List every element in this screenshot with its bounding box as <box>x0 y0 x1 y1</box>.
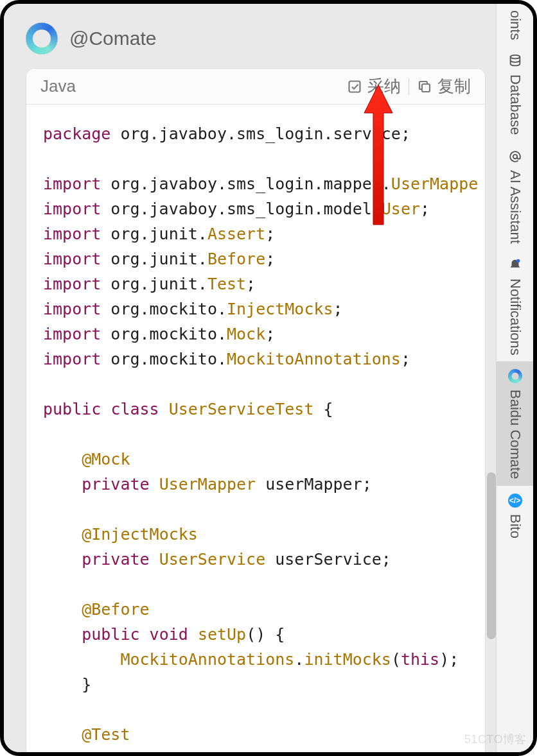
strip-item-ai-assistant[interactable]: AI Assistant <box>497 142 533 250</box>
strip-label: AI Assistant <box>507 170 524 244</box>
svg-point-4 <box>516 259 520 262</box>
check-square-icon <box>347 79 362 94</box>
strip-label: oints <box>507 10 524 40</box>
svg-point-3 <box>513 154 516 158</box>
comate-logo-icon <box>26 22 58 55</box>
chat-sender-name: @Comate <box>69 28 157 49</box>
code-card-header: Java 采纳 复制 <box>26 69 485 105</box>
comate-mini-icon <box>507 368 524 384</box>
strip-item-breakpoints[interactable]: oints <box>497 4 533 46</box>
svg-point-2 <box>510 55 520 59</box>
strip-label: Notifications <box>507 279 524 356</box>
at-icon <box>507 148 524 165</box>
bito-icon: </> <box>507 492 524 509</box>
code-language-label: Java <box>40 76 347 96</box>
strip-item-baidu-comate[interactable]: Baidu Comate <box>497 361 533 485</box>
copy-label: 复制 <box>437 75 471 98</box>
strip-label: Database <box>507 74 524 135</box>
scrollbar-thumb[interactable] <box>487 472 496 639</box>
adopt-label: 采纳 <box>367 75 401 98</box>
action-divider <box>409 78 409 95</box>
right-tool-strip: oints Database AI Assistant Notification… <box>496 4 533 752</box>
svg-rect-1 <box>422 84 430 92</box>
strip-item-notifications[interactable]: Notifications <box>497 250 533 362</box>
code-content[interactable]: package org.javaboy.sms_login.service; i… <box>26 105 485 756</box>
strip-item-bito[interactable]: </> Bito <box>497 486 533 545</box>
strip-label: Bito <box>507 514 524 538</box>
code-card: Java 采纳 复制 package org.javaboy.sms_login… <box>26 68 486 756</box>
chat-header: @Comate <box>15 15 496 62</box>
copy-icon <box>417 79 432 94</box>
strip-item-database[interactable]: Database <box>497 46 533 141</box>
adopt-button[interactable]: 采纳 <box>347 75 401 98</box>
svg-rect-0 <box>349 81 360 92</box>
database-icon <box>507 53 524 69</box>
strip-label: Baidu Comate <box>507 390 524 479</box>
copy-button[interactable]: 复制 <box>417 75 471 98</box>
bell-icon <box>507 257 524 273</box>
watermark: 51CTO博客 <box>464 732 527 747</box>
